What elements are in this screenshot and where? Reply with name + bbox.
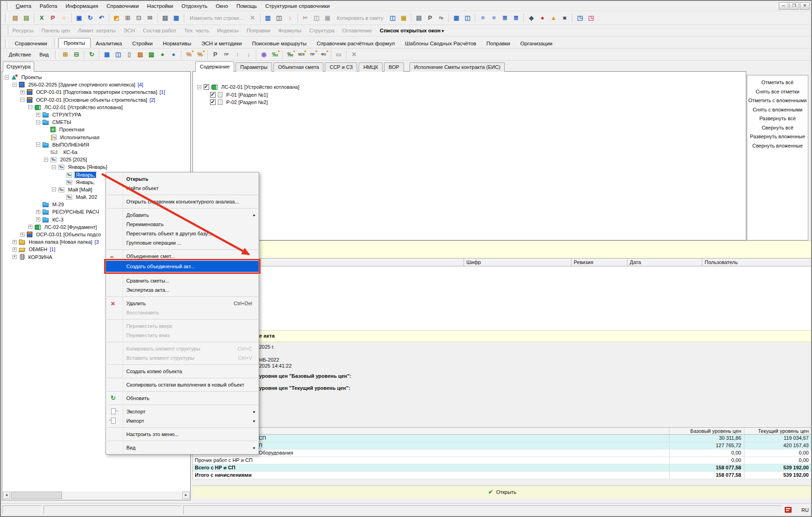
workspace-tab[interactable]: Шаблоны Сводных Расчётов [400, 39, 481, 48]
unlock-icon[interactable]: ◩ [111, 13, 122, 23]
column-header-user[interactable]: Пользователь [702, 258, 812, 266]
menu-item[interactable]: Переместить вверх ▸ [106, 321, 259, 331]
scroll-left-icon[interactable]: ◄ [3, 492, 10, 499]
tab-structure[interactable]: Структура [3, 62, 34, 72]
content-tab[interactable]: Параметры [236, 62, 272, 72]
excel-export-icon[interactable]: X [36, 13, 47, 23]
side-button[interactable]: Развернуть вложенные [747, 132, 808, 142]
side-button[interactable]: Развернуть всё [747, 114, 808, 123]
menu-item[interactable]: Объединение смет... ▸ [106, 252, 259, 261]
menu-item[interactable]: Переименовать ▸ [106, 220, 259, 229]
tree-item[interactable]: Проектная [4, 126, 189, 133]
expander-icon[interactable]: + [36, 113, 40, 117]
expander-icon[interactable]: − [52, 187, 56, 191]
panel-tab[interactable]: Индексы [217, 28, 239, 33]
menu-item[interactable]: Восстановить ▸ [106, 308, 259, 317]
expander-icon[interactable]: + [20, 233, 25, 237]
workspace-tab[interactable]: Нормативы [158, 39, 196, 48]
action-menu[interactable]: Действие [5, 52, 35, 57]
contents-tree-item[interactable]: Р-02 [Раздел №2] [197, 98, 300, 106]
add-section-icon[interactable]: ⊡ [133, 13, 144, 23]
panel-tab[interactable]: ЭСН [124, 28, 135, 33]
building-icon[interactable]: ▦ [171, 13, 182, 23]
copy-object-icon[interactable]: ◫ [112, 49, 124, 60]
add-object-icon[interactable]: ▦ [101, 49, 112, 60]
expander-icon[interactable]: − [5, 75, 9, 80]
cut-icon[interactable]: ✂ [300, 13, 311, 23]
tree-item[interactable]: − ВЫПОЛНЕНИЯ [4, 141, 189, 148]
reload-icon[interactable]: ↻ [85, 13, 96, 23]
expander-icon[interactable]: + [12, 240, 17, 244]
content-tab[interactable]: НМЦК [359, 62, 383, 72]
view-table-icon[interactable]: ▦ [451, 13, 462, 23]
contents-tree-item[interactable]: Р-01 [Раздел №1] [197, 91, 300, 99]
transport-icon[interactable]: ■ [559, 13, 570, 23]
pdf-export-icon[interactable]: P [47, 13, 58, 23]
act-percent-icon[interactable]: ‰ [285, 49, 296, 60]
maximize-button[interactable]: ❐ [789, 2, 799, 10]
content-tab[interactable]: Исполнение Сметы контракта (ЕИС) [409, 62, 505, 72]
close-button[interactable]: ✕ [800, 2, 810, 10]
menu-item[interactable]: Создать объединенный акт... ▸ [106, 261, 259, 272]
menu-item[interactable]: Экспертиза акта... ▸ [106, 285, 259, 295]
expander-icon[interactable]: + [12, 255, 17, 259]
doc-blank-icon[interactable]: ▯ [124, 49, 135, 60]
add-position-icon[interactable]: ⊞ [122, 13, 133, 23]
panel-tab[interactable]: Ресурсы [12, 28, 33, 33]
undo-icon[interactable]: ↶ [96, 13, 107, 23]
expander-icon[interactable]: + [12, 247, 17, 252]
report-icon[interactable]: ▤ [413, 13, 424, 23]
outline-level4-icon[interactable]: ≣ [510, 13, 521, 23]
report-pr-icon[interactable]: Пр [435, 13, 446, 23]
checkbox[interactable] [210, 92, 216, 98]
workspace-tab[interactable]: Справочник расчётных формул [312, 39, 400, 48]
expander-icon[interactable]: − [28, 105, 32, 109]
menu-item[interactable]: Добавить ▸ [106, 210, 259, 220]
globe-green-icon[interactable]: ● [157, 49, 168, 60]
outline-level3-icon[interactable]: ≣ [499, 13, 510, 23]
view-list-icon[interactable]: ◫ [462, 13, 473, 23]
act-doc-icon[interactable]: % [183, 49, 194, 60]
outline-level1-icon[interactable]: ≡ [477, 13, 488, 23]
sheets-pink-icon[interactable]: ◳ [585, 13, 596, 23]
doc-edit-icon[interactable]: ◫ [273, 13, 285, 23]
side-button[interactable]: Снять все отметки [747, 87, 808, 97]
tree-item[interactable]: + СТРУКТУРА [4, 111, 189, 118]
save-icon[interactable]: ▣ [74, 13, 85, 23]
tree-item[interactable]: − ЛС-02-01 [Устройство котлована] [4, 104, 189, 111]
folder-plain-icon[interactable]: ▭ [333, 49, 344, 60]
workspace-tab[interactable]: Поисковые маршруты [247, 39, 312, 48]
tree-item[interactable]: − Проекты [4, 74, 189, 81]
refresh-tree-icon[interactable]: ↻ [86, 49, 97, 60]
horizontal-scrollbar[interactable]: ◄ ► [3, 492, 190, 499]
minimize-button[interactable]: ─ [779, 2, 788, 10]
workspace-tab[interactable]: Поправки [481, 39, 515, 48]
scroll-right-icon[interactable]: ► [182, 492, 190, 499]
menubar-item[interactable]: Работа [36, 3, 62, 9]
menu-item[interactable]: Открыть справочник конъюнктурного анализ… [106, 197, 259, 206]
tree-item[interactable]: КС-6а [4, 148, 189, 156]
materials-icon[interactable]: ▲ [548, 13, 559, 23]
menu-item[interactable]: Экспорт ▸ [106, 407, 259, 416]
move-up-icon[interactable]: ↑ [232, 49, 243, 60]
panel-tab[interactable]: Тех. часть [184, 28, 209, 33]
pr-doc-icon[interactable]: ПР [307, 49, 318, 60]
paste-to-estimate-icon[interactable]: ◫ [387, 13, 398, 23]
move-down-icon[interactable]: ↓ [243, 49, 254, 60]
tree-item[interactable]: − Январь [Январь] [4, 163, 189, 171]
group-operations-icon[interactable]: ◉ [258, 49, 269, 60]
side-button[interactable]: Свернуть вложенные [747, 142, 808, 151]
language-indicator[interactable]: RU [801, 507, 809, 513]
menubar-item[interactable]: Окно [211, 3, 232, 9]
expander-icon[interactable]: − [20, 98, 25, 102]
paste-special-icon[interactable]: ▣ [398, 13, 409, 23]
expander-icon[interactable]: − [36, 120, 40, 124]
wizard-icon[interactable]: ◆ [526, 13, 537, 23]
panel-tab[interactable]: Лимит. затраты [78, 28, 115, 33]
content-tab[interactable]: ССР и СЗ [325, 62, 357, 72]
panel-tab[interactable]: Состав работ [143, 28, 176, 33]
copy-icon[interactable]: ◫ [311, 13, 322, 23]
print-icon[interactable]: ▤ [160, 13, 171, 23]
expander-icon[interactable]: + [36, 217, 40, 222]
menu-item[interactable]: Создать копию объекта ▸ [106, 367, 259, 376]
